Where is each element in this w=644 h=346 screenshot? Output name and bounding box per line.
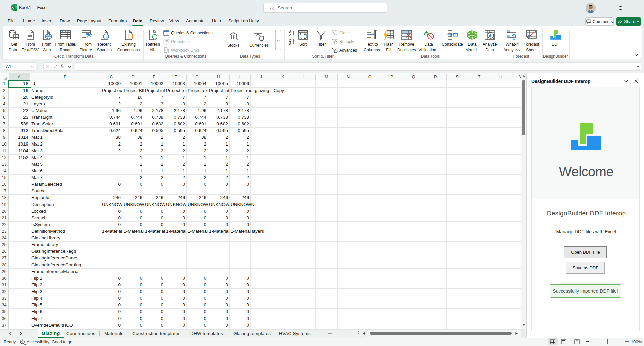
svg-text:Z: Z [300, 33, 302, 36]
svg-text:A: A [300, 36, 302, 39]
svg-text:X: X [11, 6, 14, 9]
